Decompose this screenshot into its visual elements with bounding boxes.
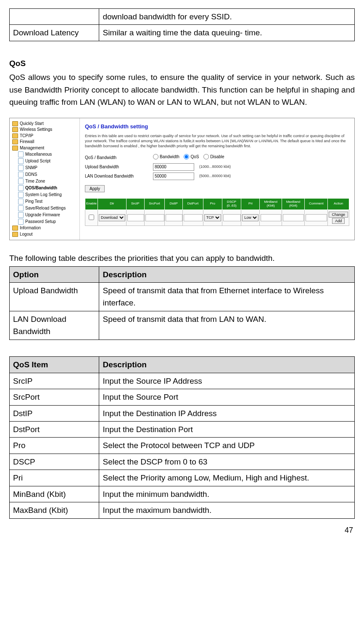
sidebar-item-system-log-setting[interactable]: System Log Setting [18,191,79,198]
maxband-input[interactable] [283,214,304,221]
radio-qos[interactable]: QoS [184,154,199,160]
table-header: QoS Item [10,357,99,373]
folder-icon [12,232,18,237]
table-header: Description [99,357,355,373]
nav-label: Upload Script [25,159,50,164]
srcport-input[interactable] [145,214,164,221]
section-heading-qos: QoS [9,57,355,69]
cell: MinBand (Kbit) [10,486,99,502]
cell: Select the Protocol between TCP and UDP [99,438,355,454]
sidebar-item-miscellaneous[interactable]: Miscellaneous [18,151,79,158]
cell: SrcIP [10,373,99,389]
cell: Input the Destination IP Address [99,405,355,421]
cell: download bandwidth for every SSID. [99,9,355,25]
cell: DSCP [10,454,99,470]
nav-label: Quickly Start [20,121,44,127]
nav-label: Wireless Settings [20,127,52,133]
nav-label: DDNS [25,172,37,178]
page-icon [18,185,24,191]
main-panel: QoS / Bandwidth setting Entries in this … [80,118,354,240]
dstip-input[interactable] [166,214,182,221]
sidebar-item-firewall[interactable]: Firewall [12,139,79,145]
comment-input[interactable] [306,214,327,221]
sidebar-item-time-zone[interactable]: Time Zone [18,178,79,185]
nav-label: Upgrade Firmware [25,212,60,218]
table-header: Description [99,266,355,282]
upload-bandwidth-input[interactable] [153,163,194,171]
grid-row: Download TCP Low Change Add [85,210,349,226]
enable-checkbox[interactable] [89,215,94,220]
nav-label: Logout [20,232,33,237]
cell: DstIP [10,405,99,421]
folder-icon [12,226,18,231]
sidebar-nav: Quickly Start Wireless Settings TCP/IP F… [10,118,80,240]
sidebar-item-ddns[interactable]: DDNS [18,171,79,178]
cell: Input the minimum bandwidth. [99,486,355,502]
nav-label: Firewall [20,139,34,145]
qos-settings-screenshot: Quickly Start Wireless Settings TCP/IP F… [9,118,355,241]
dscp-input[interactable] [223,214,241,221]
grid-header: DstIP [165,198,183,210]
qos-item-table: QoS Item Description SrcIPInput the Sour… [9,356,355,518]
sidebar-item-quickly-start[interactable]: Quickly Start [12,121,79,127]
sidebar-item-logout[interactable]: Logout [12,231,79,238]
nav-label: Password Setup [25,219,56,225]
pri-select[interactable]: Low [242,214,258,221]
grid-header: SrcPort [144,198,165,210]
folder-icon [12,139,18,144]
srcip-input[interactable] [127,214,144,221]
grid-header: Dir [98,198,126,210]
sidebar-item-qos-bandwidth[interactable]: QOS/Bandwidth [18,185,79,191]
cell: DstPort [10,421,99,437]
lan-download-bandwidth-label: LAN Download Bandwidth [85,173,148,180]
grid-header: SrcIP [126,198,144,210]
sidebar-item-information[interactable]: Information [12,225,79,231]
radio-bandwidth[interactable]: Bandwidth [153,154,179,160]
sidebar-item-management[interactable]: Management [12,145,79,151]
table-header: Option [10,266,99,282]
page-icon [18,205,24,211]
cell: Similar a waiting time the data queuing-… [99,25,355,41]
sidebar-item-ping-test[interactable]: Ping Test [18,198,79,205]
nav-label: SNMP [25,165,37,171]
sidebar-item-wireless-settings[interactable]: Wireless Settings [12,127,79,133]
sidebar-item-tcpip[interactable]: TCP/IP [12,133,79,139]
nav-label: Information [20,226,41,231]
apply-button[interactable]: Apply [85,185,105,192]
grid-header: Pro [203,198,222,210]
nav-label: Ping Test [25,199,42,204]
radio-qos-input[interactable] [184,154,189,159]
radio-disable-input[interactable] [203,154,209,159]
cell: Pro [10,438,99,454]
radio-label: Disable [210,154,224,160]
sidebar-item-password-setup[interactable]: Password Setup [18,218,79,225]
cell: Select the DSCP from 0 to 63 [99,454,355,470]
cell: Input the maximum bandwidth. [99,502,355,518]
folder-icon [12,146,18,151]
minband-input[interactable] [261,214,281,221]
sidebar-item-upgrade-firmware[interactable]: Upgrade Firmware [18,212,79,218]
sidebar-item-snmp[interactable]: SNMP [18,165,79,171]
radio-disable[interactable]: Disable [203,154,224,160]
upload-bandwidth-label: Upload Bandwidth [85,164,148,170]
pro-select[interactable]: TCP [204,214,221,221]
sidebar-item-upload-script[interactable]: Upload Script [18,158,79,165]
nav-label: Time Zone [25,179,45,184]
page-icon [18,219,24,225]
dstport-input[interactable] [184,214,203,221]
dir-select[interactable]: Download [99,214,125,221]
lan-download-bandwidth-input[interactable] [153,173,194,180]
option-table-intro: The following table describes the priori… [9,252,355,264]
nav-label: QOS/Bandwidth [25,186,57,191]
page-description: Entries in this table are used to restri… [85,133,349,149]
grid-header: Comment [305,198,328,210]
cell: Speed of transmit data that from LAN to … [99,311,355,340]
grid-header: Enable [85,198,98,210]
change-button[interactable]: Change [329,212,348,218]
radio-bandwidth-input[interactable] [153,154,158,159]
sidebar-item-save-reload-settings[interactable]: Save/Reload Settings [18,205,79,212]
folder-icon [12,127,18,132]
grid-header: DSCP (0..63) [222,198,241,210]
add-button[interactable]: Add [332,218,345,224]
lan-download-bandwidth-hint: (5000...80000 kbit) [199,173,231,179]
